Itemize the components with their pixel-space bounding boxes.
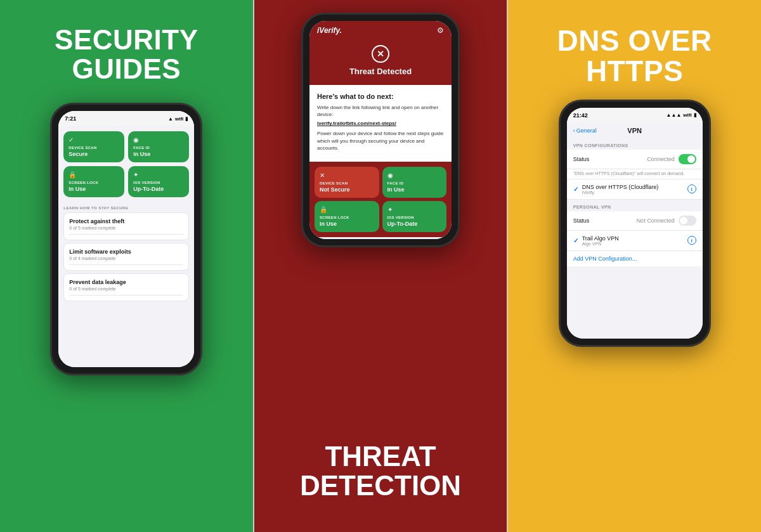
dns-info-button[interactable]: i: [687, 185, 696, 193]
phone-3: 21:42 ▲▲▲ wifi ▮ ‹ General VPN: [559, 100, 711, 347]
sec-card2-device-scan: ✕ DEVICE SCAN Not Secure: [315, 167, 379, 198]
phone-2: iVerify. ⚙ ✕ Threat Detected Here's what…: [301, 13, 460, 247]
puzzle-icon: ✦: [133, 171, 138, 178]
trail-info-button[interactable]: i: [687, 236, 696, 245]
panel2-content: iVerify. ⚙ ✕ Threat Detected Here's what…: [254, 0, 507, 532]
status-label: Status: [573, 156, 590, 162]
phone-1: 7:21 ▲ wifi ▮ ✓ DEVICE SCAN Secure: [50, 103, 202, 375]
threat-header: ✕ Threat Detected: [309, 40, 452, 85]
learn-strip: LEARN HOW TO ST...: [309, 237, 452, 239]
dns-cloudflare-entry: ✓ DNS over HTTPS (Cloudflare) iVerify. i: [567, 179, 703, 200]
learn-card-data: Prevent data leakage 0 of 5 marked compl…: [63, 273, 189, 301]
app-logo: iVerify.: [317, 26, 342, 35]
trail-entry-sub: Algo VPN: [582, 242, 619, 246]
phone-3-screen: 21:42 ▲▲▲ wifi ▮ ‹ General VPN: [567, 108, 703, 339]
nav-back-label: General: [576, 127, 597, 134]
personal-vpn-toggle-off[interactable]: [679, 216, 696, 226]
panel-security-guides: SECURITY GUIDES 7:21 ▲ wifi ▮ ✓: [0, 0, 253, 532]
puzzle-icon-2: ✦: [387, 206, 393, 213]
heading-line2: GUIDES: [72, 53, 181, 84]
personal-status-value: Not Connected: [637, 217, 675, 224]
battery-icon-3: ▮: [694, 112, 696, 118]
threat-title: Threat Detected: [349, 67, 412, 76]
vpn-note: "DNS over HTTPS (Cloudflare)" will conne…: [567, 169, 703, 179]
signal-icon-3: ▲▲▲: [667, 112, 682, 118]
vpn-configs-list: Status Connected "DNS over HTTPS (Cloudf…: [567, 150, 703, 200]
x-icon: ✕: [320, 172, 325, 179]
learn-section-1: LEARN HOW TO STAY SECURE Protect against…: [58, 202, 194, 308]
status-bar-1: 7:21 ▲ wifi ▮: [58, 111, 194, 126]
battery-icon: ▮: [185, 116, 188, 122]
phone-3-content: 21:42 ▲▲▲ wifi ▮ ‹ General VPN: [567, 108, 703, 339]
personal-status-label: Status: [573, 217, 590, 224]
security-grid-1: ✓ DEVICE SCAN Secure ◉ FACE ID In Use 🔒 …: [58, 126, 194, 202]
personal-vpn-list: Status Not Connected ✓ Trail Algo VPN Al…: [567, 211, 703, 251]
dns-entry-sub: iVerify.: [582, 190, 659, 195]
learn-title-1: LEARN HOW TO STAY SECURE: [63, 206, 189, 210]
sec-card2-ios-version: ✦ IOS VERSION Up-To-Date: [382, 201, 447, 232]
check-icon: ✓: [68, 136, 74, 143]
status-icons-3: ▲▲▲ wifi ▮: [667, 112, 696, 118]
face-icon-2: ◉: [387, 172, 393, 179]
gear-icon: ⚙: [437, 26, 444, 35]
phone-1-screen: 7:21 ▲ wifi ▮ ✓ DEVICE SCAN Secure: [58, 111, 194, 367]
threat-content: Here's what to do next: Write down the l…: [309, 85, 452, 162]
vpn-nav: ‹ General VPN: [567, 123, 703, 138]
status-bar-3: 21:42 ▲▲▲ wifi ▮: [567, 108, 703, 123]
wifi-icon: wifi: [175, 116, 183, 122]
add-vpn-link[interactable]: Add VPN Configuration...: [567, 251, 703, 266]
sec-card2-face-id: ◉ FACE ID In Use: [382, 167, 447, 198]
panel-threat-detection: iVerify. ⚙ ✕ Threat Detected Here's what…: [253, 0, 509, 532]
lock-icon: 🔒: [68, 171, 76, 178]
sec-card-screen-lock: 🔒 SCREEN LOCK In Use: [63, 166, 124, 197]
sec-card-face-id: ◉ FACE ID In Use: [128, 131, 189, 162]
heading-line1: SECURITY: [55, 24, 198, 55]
heading3-line1: DNS OVER: [557, 24, 712, 57]
status-icons-1: ▲ wifi ▮: [168, 116, 188, 122]
trail-algo-entry: ✓ Trail Algo VPN Algo VPN i: [567, 231, 703, 251]
vpn-back-button[interactable]: ‹ General: [573, 127, 597, 134]
panel-dns-https: DNS OVER HTTPS 21:42 ▲▲▲ wifi ▮ ‹: [508, 0, 761, 532]
next-steps-text1: Write down the link following link and o…: [317, 104, 444, 118]
signal-icon: ▲: [168, 116, 173, 122]
next-steps-title: Here's what to do next:: [317, 93, 444, 100]
check-icon-trail: ✓: [573, 237, 578, 244]
personal-status-row: Status Not Connected: [567, 211, 703, 231]
phone-2-screen: iVerify. ⚙ ✕ Threat Detected Here's what…: [309, 21, 452, 239]
wifi-icon-3: wifi: [683, 112, 691, 118]
status-value-connected: Connected: [647, 156, 675, 162]
vpn-toggle-on[interactable]: [679, 154, 696, 164]
learn-card-theft: Protect against theft 0 of 5 marked comp…: [63, 212, 189, 240]
check-icon-dns: ✓: [573, 186, 578, 193]
dns-entry-name: DNS over HTTPS (Cloudflare): [582, 184, 659, 190]
trail-entry-name: Trail Algo VPN: [582, 235, 619, 242]
panel2-heading: THREAT DETECTION: [281, 429, 480, 513]
status-time-3: 21:42: [573, 112, 588, 119]
panel2-bottom: THREAT DETECTION: [281, 247, 480, 532]
learn-card-software: Limit software exploits 0 of 4 marked co…: [63, 243, 189, 271]
personal-vpn-header: PERSONAL VPN: [567, 200, 703, 211]
phone-2-wrapper: iVerify. ⚙ ✕ Threat Detected Here's what…: [301, 13, 460, 247]
face-icon: ◉: [133, 136, 139, 143]
x-circle-icon: ✕: [372, 45, 389, 63]
lock-icon-2: 🔒: [320, 206, 327, 213]
panel3-heading: DNS OVER HTTPS: [542, 0, 728, 100]
vpn-configs-header: VPN CONFIGURATIONS: [567, 138, 703, 150]
vpn-status-row: Status Connected: [567, 150, 703, 169]
threat-app-bar: iVerify. ⚙: [309, 21, 452, 40]
vpn-title: VPN: [627, 127, 642, 134]
heading3-line2: HTTPS: [586, 55, 683, 88]
security-grid-2: ✕ DEVICE SCAN Not Secure ◉ FACE ID In Us…: [309, 162, 452, 237]
sec-card2-screen-lock: 🔒 SCREEN LOCK In Use: [315, 201, 379, 232]
sec-card-device-scan: ✓ DEVICE SCAN Secure: [63, 131, 124, 162]
next-steps-text2: Power down your device and follow the ne…: [317, 130, 444, 152]
status-time-1: 7:21: [65, 115, 76, 122]
sec-card-ios-version: ✦ IOS VERSION Up-To-Date: [128, 166, 189, 197]
next-steps-link[interactable]: iverify.trailofbits.com/next-steps/: [317, 120, 444, 126]
panel1-heading: SECURITY GUIDES: [36, 0, 217, 96]
chevron-left-icon: ‹: [573, 127, 575, 134]
